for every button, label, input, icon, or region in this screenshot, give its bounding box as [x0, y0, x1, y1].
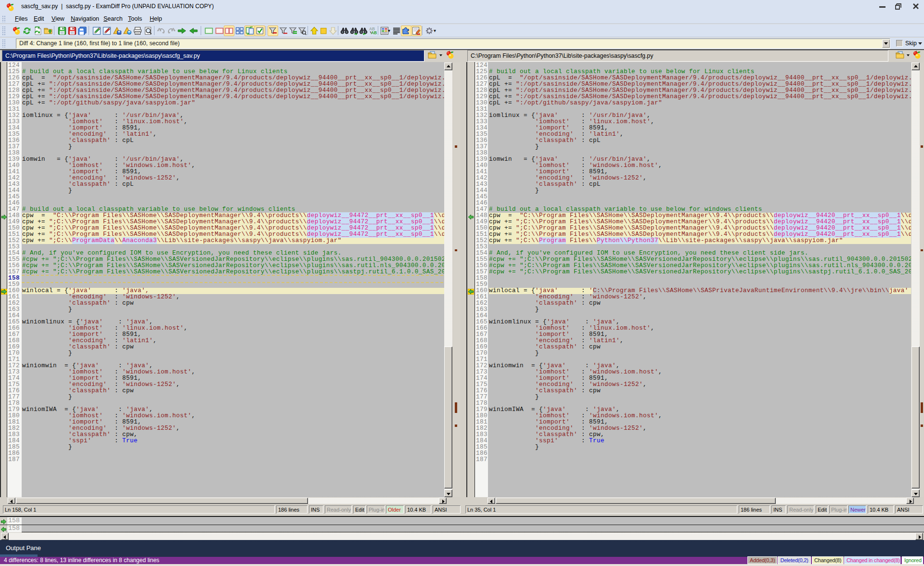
svg-text:AB: AB — [371, 30, 377, 35]
